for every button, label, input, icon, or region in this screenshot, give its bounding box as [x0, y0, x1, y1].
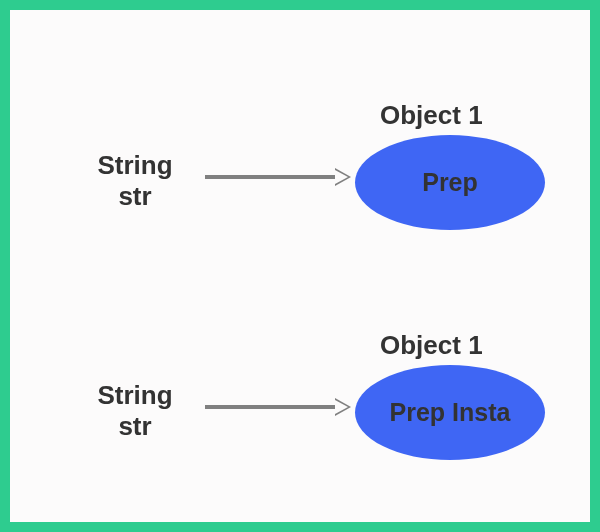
variable-label-1: String str [70, 150, 200, 212]
object-ellipse-1: Prep [355, 135, 545, 230]
object-value-1: Prep [422, 168, 478, 197]
variable-label-2: String str [70, 380, 200, 442]
diagram-frame: String str Object 1 Prep String str Obje… [0, 0, 600, 532]
variable-name-1: str [70, 181, 200, 212]
variable-name-2: str [70, 411, 200, 442]
arrow-icon [205, 405, 335, 409]
arrow-icon [205, 175, 335, 179]
object-ellipse-2: Prep Insta [355, 365, 545, 460]
object-title-1: Object 1 [380, 100, 483, 131]
variable-type-2: String [97, 380, 172, 410]
object-value-2: Prep Insta [390, 398, 511, 427]
reference-diagram-1: String str Object 1 Prep [10, 90, 590, 270]
object-title-2: Object 1 [380, 330, 483, 361]
reference-diagram-2: String str Object 1 Prep Insta [10, 320, 590, 500]
variable-type-1: String [97, 150, 172, 180]
